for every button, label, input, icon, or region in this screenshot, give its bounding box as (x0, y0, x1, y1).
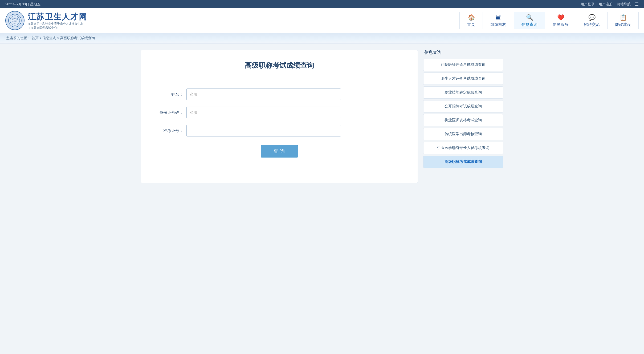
register-link[interactable]: 用户注册 (599, 2, 613, 7)
breadcrumb-current: 高级职称考试成绩查询 (60, 36, 95, 40)
menu-icon[interactable]: ☰ (635, 2, 639, 7)
query-button[interactable]: 查 询 (261, 145, 298, 158)
breadcrumb-prefix: 您当前的位置： (6, 36, 31, 40)
nav-label-home: 首页 (467, 22, 475, 27)
divider (157, 79, 402, 79)
nav-item-home[interactable]: 🏠 首页 (459, 12, 483, 29)
nav-label-info: 信息查询 (521, 22, 537, 27)
exam-input[interactable] (186, 125, 341, 136)
site-name: 江苏卫生人才网 (28, 11, 87, 22)
breadcrumb: 您当前的位置： 首页 > 信息查询 > 高级职称考试成绩查询 (0, 33, 644, 43)
recruit-icon: 💬 (588, 14, 596, 21)
svg-text:人才服务: 人才服务 (12, 20, 18, 22)
breadcrumb-info[interactable]: 信息查询 (42, 36, 56, 40)
sidebar-item-traditional[interactable]: 传统医学出师考核查询 (423, 128, 503, 140)
id-input[interactable] (186, 107, 341, 118)
id-label: 身份证号码： (157, 110, 186, 115)
id-form-group: 身份证号码： (157, 107, 402, 118)
svg-text:中心: 中心 (14, 23, 16, 24)
subtitle2: （江苏省医学考试中心） (28, 26, 87, 30)
nav-item-service[interactable]: ❤️ 便民服务 (545, 12, 576, 29)
main-nav: 🏠 首页 🏛 组织机构 🔍 信息查询 ❤️ 便民服务 💬 招聘交流 📋 廉政建设 (87, 12, 639, 29)
sidebar-item-vocational[interactable]: 职业技能鉴定成绩查询 (423, 86, 503, 99)
info-icon: 🔍 (526, 14, 533, 21)
sidebar-item-resident[interactable]: 住院医师理论考试成绩查询 (423, 59, 503, 71)
sidebar-item-open-recruit[interactable]: 公开招聘考试成绩查询 (423, 100, 503, 112)
exam-label: 准考证号： (157, 128, 186, 133)
name-form-group: 姓名： (157, 88, 402, 100)
site-nav-link[interactable]: 网站导航 (617, 2, 631, 7)
nav-item-org[interactable]: 🏛 组织机构 (483, 12, 514, 29)
service-icon: ❤️ (557, 14, 564, 21)
logo-emblem: 江苏卫生 人才服务 中心 (5, 11, 25, 30)
sidebar-title: 信息查询 (423, 50, 503, 55)
subtitle1: 江苏省卫生和计划生育委员会人才服务中心 (28, 22, 87, 26)
logo-text-block: 江苏卫生人才网 江苏省卫生和计划生育委员会人才服务中心 （江苏省医学考试中心） (28, 11, 87, 30)
nav-label-recruit: 招聘交流 (584, 22, 600, 27)
date-display: 2021年7月30日 星期五 (5, 2, 40, 7)
nav-label-integrity: 廉政建设 (615, 22, 631, 27)
sidebar-item-senior[interactable]: 高级职称考试成绩查询 (423, 156, 503, 168)
nav-item-recruit[interactable]: 💬 招聘交流 (576, 12, 608, 29)
nav-label-org: 组织机构 (490, 22, 506, 27)
site-header: 江苏卫生 人才服务 中心 江苏卫生人才网 江苏省卫生和计划生育委员会人才服务中心… (0, 8, 644, 33)
logo-area: 江苏卫生 人才服务 中心 江苏卫生人才网 江苏省卫生和计划生育委员会人才服务中心… (5, 11, 87, 30)
integrity-icon: 📋 (619, 14, 627, 21)
content-area: 高级职称考试成绩查询 姓名： 身份证号码： 准考证号： 查 询 (141, 50, 418, 183)
nav-label-service: 便民服务 (553, 22, 569, 27)
logo-svg: 江苏卫生 人才服务 中心 (8, 14, 22, 27)
name-label: 姓名： (157, 92, 186, 97)
home-icon: 🏠 (468, 14, 475, 21)
org-icon: 🏛 (495, 14, 501, 21)
nav-item-integrity[interactable]: 📋 廉政建设 (608, 12, 639, 29)
sidebar: 信息查询 住院医师理论考试成绩查询 卫生人才评价考试成绩查询 职业技能鉴定成绩查… (423, 50, 503, 183)
sidebar-item-tcm[interactable]: 中医医学确有专长人员考核查询 (423, 142, 503, 154)
sidebar-item-physician[interactable]: 执业医师资格考试查询 (423, 114, 503, 126)
breadcrumb-home[interactable]: 首页 (32, 36, 39, 40)
page-title: 高级职称考试成绩查询 (157, 61, 402, 70)
main-layout: 高级职称考试成绩查询 姓名： 身份证号码： 准考证号： 查 询 信息查询 住院医… (136, 43, 508, 190)
name-input[interactable] (186, 88, 341, 100)
exam-form-group: 准考证号： (157, 125, 402, 136)
sidebar-item-health-talent[interactable]: 卫生人才评价考试成绩查询 (423, 73, 503, 85)
top-bar: 2021年7月30日 星期五 用户登录 用户注册 网站导航 ☰ (0, 0, 644, 8)
nav-item-info[interactable]: 🔍 信息查询 (514, 12, 545, 29)
login-link[interactable]: 用户登录 (581, 2, 594, 7)
top-bar-right: 用户登录 用户注册 网站导航 ☰ (581, 2, 639, 7)
